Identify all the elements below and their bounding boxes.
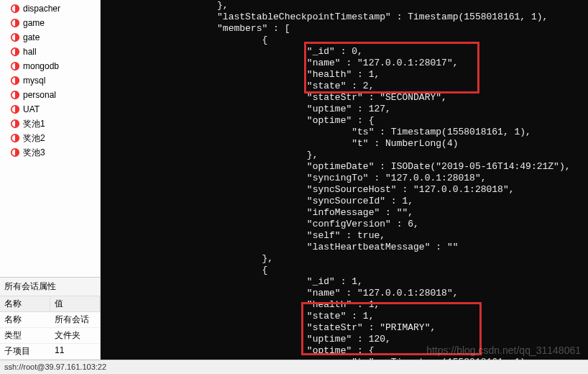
db-icon [10, 76, 20, 86]
db-icon [10, 47, 20, 57]
tree-item-pool3[interactable]: 奖池3 [0, 145, 100, 160]
tree-item-gate[interactable]: gate [0, 30, 100, 45]
tree-item-label: 奖池1 [23, 118, 45, 129]
tree-item-label: 奖池3 [23, 147, 45, 158]
highlight-primary [301, 302, 482, 355]
tree-item-hall[interactable]: hall [0, 45, 100, 59]
highlight-secondary [304, 42, 479, 94]
tree-item-personal[interactable]: personal [0, 88, 100, 102]
db-icon [10, 18, 20, 28]
properties-title: 所有会话属性 [0, 278, 100, 296]
tree-item-label: gate [23, 32, 40, 43]
db-icon [10, 32, 20, 42]
props-col-name: 名称 [0, 296, 50, 312]
db-icon [10, 133, 20, 143]
props-row-value: 所有会话 [50, 312, 100, 328]
tree-item-label: mongodb [23, 60, 59, 72]
tree-item-uat[interactable]: UAT [0, 102, 100, 117]
db-icon [10, 104, 20, 114]
db-icon [10, 4, 20, 14]
tree-item-label: 奖池2 [23, 132, 45, 144]
tree-item-label: hall [23, 46, 37, 58]
tree-item-pool2[interactable]: 奖池2 [0, 131, 100, 145]
db-icon [10, 119, 20, 129]
tree-item-pool1[interactable]: 奖池1 [0, 117, 100, 131]
db-icon [10, 90, 20, 100]
props-row-name: 类型 [0, 328, 50, 344]
tree-item-label: dispacher [23, 3, 60, 14]
tree-item-mongodb[interactable]: mongodb [0, 59, 100, 73]
props-row-value: 文件夹 [50, 328, 100, 344]
tree-item-game[interactable]: game [0, 16, 100, 30]
properties-panel: 所有会话属性 名称 值 名称 所有会话 类型 文件夹 子项目 11 [0, 277, 100, 360]
session-tree[interactable]: dispacher game gate hall mongodb mysql [0, 0, 100, 277]
tree-item-label: personal [23, 89, 56, 101]
db-icon [10, 61, 20, 71]
status-bar: ssh://root@39.97.161.103:22 [0, 360, 588, 374]
connection-status: ssh://root@39.97.161.103:22 [4, 362, 106, 371]
db-icon [10, 147, 20, 158]
tree-item-label: UAT [23, 104, 40, 115]
tree-item-label: game [23, 17, 45, 29]
tree-item-mysql[interactable]: mysql [0, 73, 100, 88]
properties-table: 名称 值 名称 所有会话 类型 文件夹 子项目 11 [0, 296, 100, 360]
props-col-value: 值 [50, 296, 100, 312]
tree-item-label: mysql [23, 75, 45, 86]
terminal-output[interactable]: }, "lastStableCheckpointTimestamp" : Tim… [101, 0, 588, 360]
tree-item-dispacher[interactable]: dispacher [0, 1, 100, 16]
props-row-name: 名称 [0, 312, 50, 328]
props-row-name: 子项目 [0, 344, 50, 360]
sidebar: dispacher game gate hall mongodb mysql [0, 0, 101, 360]
props-row-value: 11 [50, 344, 100, 360]
